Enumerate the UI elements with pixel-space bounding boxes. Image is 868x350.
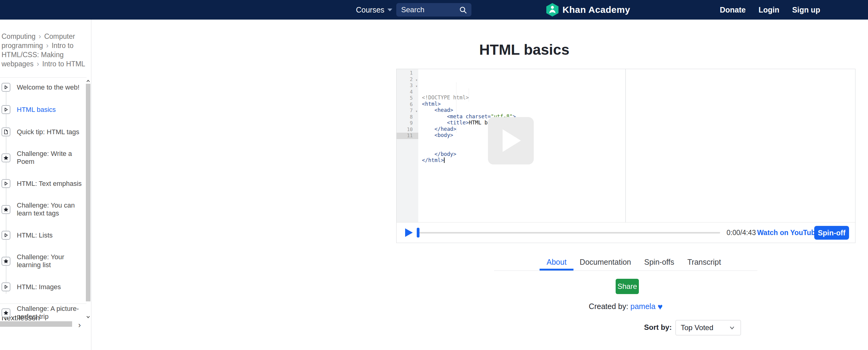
tab-spin-offs[interactable]: Spin-offs <box>644 258 674 270</box>
star-icon <box>2 257 10 266</box>
sidebar-bottom-divider <box>0 303 87 304</box>
heart-icon: ♥ <box>657 302 663 312</box>
lesson-item[interactable]: Welcome to the web! <box>2 83 87 92</box>
play-icon <box>2 283 10 291</box>
line-number: 11 <box>397 133 418 139</box>
tab-transcript[interactable]: Transcript <box>687 258 721 270</box>
author-link[interactable]: pamela <box>630 302 655 311</box>
fold-icon[interactable]: ▾ <box>415 83 417 90</box>
nav-links: Donate Login Sign up <box>720 0 820 20</box>
lesson-item[interactable]: Quick tip: HTML tags <box>2 127 87 136</box>
scroll-up-icon[interactable] <box>86 78 91 84</box>
tabs-bar: AboutDocumentationSpin-offsTranscript <box>494 258 757 271</box>
lesson-label: HTML basics <box>17 106 56 114</box>
talkthrough-player: 12▾3▾4567▾891011 <!DOCTYPE html><html> <… <box>396 69 856 243</box>
line-number: 10 <box>397 126 418 133</box>
sort-by-label: Sort by: <box>644 323 672 332</box>
seek-handle[interactable] <box>417 228 420 237</box>
lesson-label: HTML: Text emphasis <box>17 180 82 188</box>
breadcrumb-link[interactable]: Intro to HTML <box>42 60 85 68</box>
player-controls: 0:00/4:43 Watch on YouTube Spin-off <box>397 222 855 243</box>
line-number: 4 <box>397 89 418 95</box>
breadcrumb: Computing › Computer programming › Intro… <box>2 32 88 68</box>
tab-documentation[interactable]: Documentation <box>580 258 631 270</box>
scroll-down-icon[interactable] <box>86 314 91 320</box>
watch-on-youtube-link[interactable]: Watch on YouTube <box>757 223 819 243</box>
chevron-down-icon <box>388 8 392 11</box>
lesson-item[interactable]: HTML: Images <box>2 283 87 291</box>
lesson-label: Quick tip: HTML tags <box>17 128 80 136</box>
lesson-list: Welcome to the web!HTML basicsQuick tip:… <box>0 78 87 334</box>
spin-off-button[interactable]: Spin-off <box>814 226 849 240</box>
share-button[interactable]: Share <box>616 279 639 294</box>
editor-preview-divider[interactable] <box>625 69 626 222</box>
lesson-label: HTML: Images <box>17 283 61 291</box>
line-number: 3▾ <box>397 83 418 89</box>
khan-academy-logo[interactable]: Khan Academy <box>546 0 630 20</box>
play-icon <box>2 83 10 92</box>
code-line: <html> <box>422 101 625 107</box>
search-box[interactable] <box>396 3 471 17</box>
line-number: 5 <box>397 95 418 101</box>
breadcrumb-separator: › <box>43 41 52 50</box>
lesson-label: Challenge: Write a Poem <box>17 150 87 166</box>
text-cursor <box>444 157 444 163</box>
line-number: 9 <box>397 120 418 126</box>
big-play-button[interactable] <box>488 117 534 165</box>
code-line: <head> <box>422 107 625 113</box>
star-icon <box>2 153 10 162</box>
article-icon <box>2 127 10 136</box>
donate-link[interactable]: Donate <box>720 5 746 14</box>
fold-icon[interactable]: ▾ <box>415 77 417 83</box>
breadcrumb-link[interactable]: Computing <box>2 32 35 40</box>
line-number: 2▾ <box>397 77 418 83</box>
login-link[interactable]: Login <box>758 5 779 14</box>
lesson-label: HTML: Lists <box>17 231 53 239</box>
play-icon <box>2 105 10 114</box>
tab-about[interactable]: About <box>539 258 574 270</box>
editor-gutter: 12▾3▾4567▾891011 <box>397 69 418 222</box>
signup-link[interactable]: Sign up <box>792 5 820 14</box>
breadcrumb-separator: › <box>34 60 42 68</box>
seek-bar[interactable] <box>418 232 720 234</box>
scroll-right-icon[interactable]: › <box>78 320 81 330</box>
courses-menu[interactable]: Courses <box>356 0 392 20</box>
indent-guide <box>469 89 469 101</box>
scrollbar-thumb[interactable] <box>86 84 90 301</box>
play-button[interactable] <box>405 228 413 237</box>
line-number: 8 <box>397 114 418 120</box>
lesson-label: Challenge: Your learning list <box>17 253 87 269</box>
time-display: 0:00/4:43 <box>726 223 756 243</box>
horizontal-scrollbar[interactable] <box>0 321 72 327</box>
lesson-label: Welcome to the web! <box>17 83 80 91</box>
play-icon <box>503 129 521 152</box>
page-title: HTML basics <box>479 41 569 58</box>
lesson-item[interactable]: Challenge: Write a Poem <box>2 150 87 166</box>
sort-dropdown[interactable]: Top Voted <box>676 320 741 335</box>
line-number: 6 <box>397 101 418 108</box>
code-line: <!DOCTYPE html> <box>422 94 625 101</box>
lesson-item[interactable]: HTML basics <box>2 105 87 114</box>
sort-value: Top Voted <box>681 323 713 332</box>
lesson-sidebar: Computing › Computer programming › Intro… <box>0 20 91 350</box>
courses-label: Courses <box>356 5 384 14</box>
star-icon <box>2 205 10 214</box>
lesson-item[interactable]: Challenge: Your learning list <box>2 253 87 269</box>
lesson-item[interactable]: Challenge: You can learn text tags <box>2 201 87 217</box>
lesson-label: Challenge: You can learn text tags <box>17 201 87 217</box>
brand-name: Khan Academy <box>562 5 630 15</box>
chevron-down-icon <box>728 324 736 331</box>
line-number: 7▾ <box>397 108 418 114</box>
lesson-item[interactable]: HTML: Text emphasis <box>2 179 87 188</box>
lesson-item[interactable]: HTML: Lists <box>2 231 87 240</box>
search-input[interactable] <box>401 5 459 14</box>
created-by: Created by: pamela ♥ <box>589 302 663 312</box>
play-icon <box>2 179 10 188</box>
created-by-label: Created by: <box>589 302 628 311</box>
breadcrumb-separator: › <box>35 32 44 40</box>
vertical-scrollbar[interactable] <box>86 78 91 322</box>
fold-icon[interactable]: ▾ <box>415 108 417 115</box>
line-number: 1 <box>397 70 418 77</box>
star-icon <box>2 309 10 317</box>
top-navigation-bar: Courses Khan Academy Donate Login Sign u… <box>0 0 868 20</box>
